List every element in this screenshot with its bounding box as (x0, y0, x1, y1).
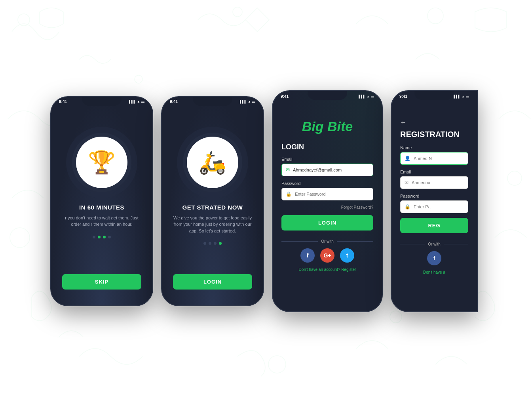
dot-2-2 (209, 242, 211, 245)
email-icon: ✉ (286, 167, 290, 173)
social-row: f G+ t (281, 248, 373, 263)
signal-icon-2: ▌▌▌ (240, 100, 247, 103)
reg-or-with-row: Or with (400, 242, 468, 246)
register-prompt: Don't have an account? Register (281, 267, 373, 272)
login-content: 9:41 ▌▌▌ ▲ ▬ Big Bite LOGIN Email ✉ (273, 91, 382, 311)
power-button (152, 149, 153, 164)
reg-email-icon: ✉ (405, 180, 408, 185)
reg-password-input-wrapper[interactable]: 🔒 (400, 200, 468, 213)
notch-4 (414, 91, 454, 100)
phone-1-screen: 9:41 ▌▌▌ ▲ ▬ 🏆 IN 60 MINUTES r you don't… (51, 97, 152, 305)
dot-2-1 (203, 242, 206, 245)
onboard-text-2: GET STRATED NOW We give you the power to… (162, 204, 263, 234)
google-plus-button[interactable]: G+ (320, 248, 334, 263)
trophy-icon: 🏆 (88, 151, 116, 173)
email-input-wrapper[interactable]: ✉ (281, 164, 373, 176)
circle-inner-2: 🛵 (187, 137, 238, 188)
power-button-p3 (382, 143, 383, 158)
app-title: Big Bite (281, 119, 373, 134)
dot-1-2 (98, 236, 101, 238)
time-1: 9:41 (59, 99, 67, 104)
dont-have-account-text: Don't have an account? (299, 267, 340, 272)
forgot-password-link[interactable]: Forgot Password? (281, 205, 373, 210)
illustration-circle-1: 🏆 (72, 133, 131, 192)
scooter-icon: 🛵 (199, 151, 226, 173)
reg-or-text: Or with (428, 242, 441, 246)
status-icons-4: ▌▌▌ ▲ ▬ (454, 95, 469, 98)
registration-screen: 9:41 ▌▌▌ ▲ ▬ ← REGISTRATION Name 👤 (391, 91, 477, 311)
status-icons-1: ▌▌▌ ▲ ▬ (129, 100, 144, 103)
wifi-icon: ▲ (137, 100, 140, 103)
battery-icon-4: ▬ (466, 95, 469, 98)
register-button[interactable]: REG (400, 218, 468, 233)
back-arrow[interactable]: ← (400, 119, 468, 126)
reg-email-label: Email (400, 170, 468, 174)
illustration-circle-2: 🛵 (183, 133, 242, 192)
password-input-wrapper[interactable]: 🔒 (281, 188, 373, 200)
phone-1: 9:41 ▌▌▌ ▲ ▬ 🏆 IN 60 MINUTES r you don't… (50, 96, 153, 306)
dot-2-4 (219, 242, 222, 245)
or-line-right (337, 241, 373, 242)
or-text: Or with (321, 239, 334, 244)
dots-2 (203, 242, 222, 245)
reg-password-input[interactable] (414, 204, 468, 209)
time-3: 9:41 (281, 94, 289, 99)
reg-dont-have: Don't have a (400, 270, 468, 274)
reg-password-label: Password (400, 194, 468, 198)
wifi-icon-4: ▲ (462, 95, 465, 98)
status-icons-3: ▌▌▌ ▲ ▬ (359, 95, 374, 98)
time-4: 9:41 (399, 94, 407, 99)
name-label: Name (400, 145, 468, 150)
or-with-row: Or with (281, 239, 373, 244)
phone-2-screen: 9:41 ▌▌▌ ▲ ▬ 🛵 GET STRATED NOW We give y… (162, 97, 263, 305)
onboard-text-1: IN 60 MINUTES r you don't need to wait g… (51, 204, 152, 228)
reg-content: 9:41 ▌▌▌ ▲ ▬ ← REGISTRATION Name 👤 (391, 91, 477, 311)
dot-2-3 (214, 242, 217, 245)
reg-social-row: f (400, 251, 468, 265)
lock-icon: 🔒 (286, 191, 292, 197)
phone-3: 9:41 ▌▌▌ ▲ ▬ Big Bite LOGIN Email ✉ (272, 90, 383, 312)
login-button-onboard[interactable]: LOGIN (173, 274, 252, 290)
status-bar-2: 9:41 ▌▌▌ ▲ ▬ (168, 99, 257, 104)
battery-icon-2: ▬ (252, 100, 255, 103)
onboard-desc-1: r you don't need to wait get them. Just … (61, 215, 143, 228)
facebook-button[interactable]: f (300, 248, 315, 263)
name-input[interactable] (414, 156, 468, 161)
login-screen: 9:41 ▌▌▌ ▲ ▬ Big Bite LOGIN Email ✉ (273, 91, 382, 311)
register-link-text[interactable]: Register (341, 267, 356, 272)
password-input[interactable] (295, 192, 369, 196)
email-input[interactable] (293, 168, 369, 172)
skip-button[interactable]: SKIP (62, 274, 141, 290)
status-icons-2: ▌▌▌ ▲ ▬ (240, 100, 255, 103)
dot-1-4 (108, 236, 111, 238)
dot-1-1 (93, 236, 95, 238)
onboard-title-2: GET STRATED NOW (171, 204, 254, 211)
time-2: 9:41 (170, 99, 178, 104)
onboard-title-1: IN 60 MINUTES (61, 204, 143, 211)
reg-facebook-button[interactable]: f (427, 251, 441, 265)
reg-email-input[interactable] (412, 180, 466, 185)
onboard-desc-2: We give you the power to get food easily… (171, 215, 254, 234)
phone-4: 9:41 ▌▌▌ ▲ ▬ ← REGISTRATION Name 👤 (391, 90, 478, 312)
reg-email-input-wrapper[interactable]: ✉ (400, 176, 468, 189)
or-line-left (281, 241, 318, 242)
battery-icon: ▬ (141, 100, 144, 103)
notch-3 (308, 91, 347, 100)
dot-1-3 (103, 236, 106, 238)
signal-icon: ▌▌▌ (129, 100, 136, 103)
name-input-wrapper[interactable]: 👤 (400, 152, 468, 165)
signal-icon-3: ▌▌▌ (359, 95, 365, 98)
reg-lock-icon: 🔒 (405, 204, 410, 210)
reg-or-line-right (444, 244, 468, 244)
email-label: Email (281, 157, 373, 162)
login-button[interactable]: LOGIN (281, 215, 373, 231)
reg-or-line-left (400, 244, 425, 244)
wifi-icon-3: ▲ (367, 95, 370, 98)
wifi-icon-2: ▲ (248, 100, 251, 103)
status-bar-1: 9:41 ▌▌▌ ▲ ▬ (57, 99, 146, 104)
reg-title: REGISTRATION (400, 130, 468, 139)
reg-dont-have-text: Don't have a (423, 270, 445, 274)
twitter-button[interactable]: t (340, 248, 354, 263)
circle-inner-1: 🏆 (76, 137, 127, 188)
phone-2: 9:41 ▌▌▌ ▲ ▬ 🛵 GET STRATED NOW We give y… (161, 96, 264, 306)
